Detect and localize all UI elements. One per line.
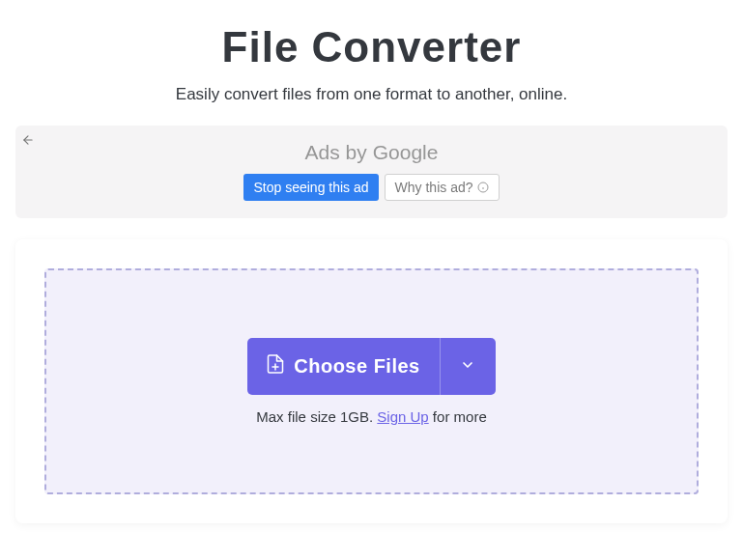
ad-buttons-row: Stop seeing this ad Why this ad? (15, 174, 728, 201)
chevron-down-icon (460, 357, 475, 376)
main-panel: Choose Files Max file size 1GB. Sign Up … (15, 239, 728, 523)
info-icon (477, 182, 489, 193)
why-this-ad-label: Why this ad? (395, 180, 473, 195)
filesize-prefix: Max file size 1GB. (256, 408, 377, 425)
signup-link[interactable]: Sign Up (377, 408, 428, 425)
filesize-suffix: for more (429, 408, 487, 425)
page-subtitle: Easily convert files from one format to … (0, 85, 743, 104)
ad-container: Ads by Google Stop seeing this ad Why th… (15, 126, 728, 218)
back-arrow-icon[interactable] (21, 133, 35, 150)
file-add-icon (267, 353, 284, 379)
stop-seeing-ad-button[interactable]: Stop seeing this ad (243, 174, 378, 201)
choose-files-label: Choose Files (294, 355, 419, 378)
google-brand: Google (373, 141, 439, 164)
ads-by-google-label: Ads by Google (15, 141, 728, 164)
ads-by-prefix: Ads by (305, 141, 367, 164)
page-title: File Converter (0, 23, 743, 71)
why-this-ad-button[interactable]: Why this ad? (385, 174, 500, 201)
choose-files-button[interactable]: Choose Files (247, 338, 439, 395)
choose-files-row: Choose Files (247, 338, 495, 395)
filesize-info: Max file size 1GB. Sign Up for more (256, 408, 486, 425)
file-dropzone[interactable]: Choose Files Max file size 1GB. Sign Up … (44, 268, 699, 494)
page-header: File Converter Easily convert files from… (0, 0, 743, 104)
choose-files-dropdown-button[interactable] (440, 338, 496, 395)
